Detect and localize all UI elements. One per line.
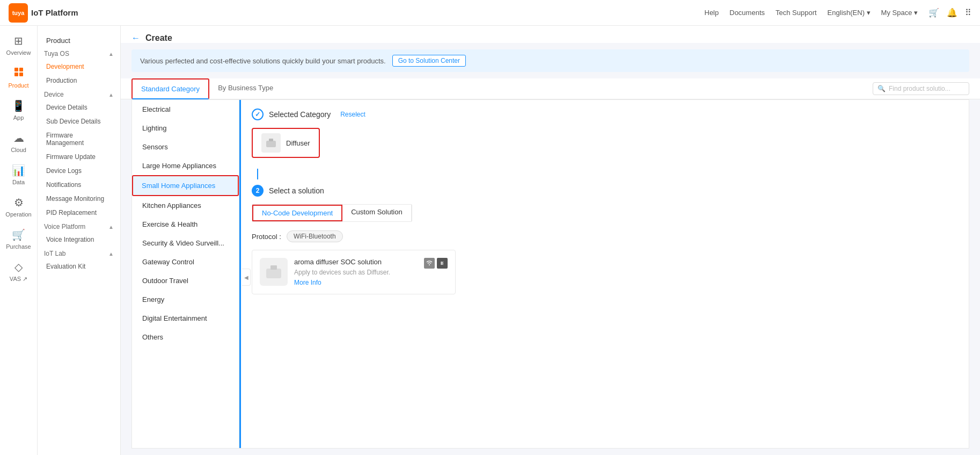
sidebar-item-purchase[interactable]: 🛒 Purchase	[0, 224, 37, 254]
svg-rect-1	[19, 68, 23, 71]
search-box: 🔍 Find product solutio...	[873, 82, 969, 95]
cat-small-home[interactable]: Small Home Appliances	[132, 175, 239, 196]
sidebar-item-firmware-mgmt[interactable]: Firmware Management	[38, 128, 120, 150]
device-header[interactable]: Device ▲	[38, 88, 120, 100]
product-label: Product	[9, 82, 29, 89]
operation-icon: ⚙	[14, 196, 24, 209]
sidebar-item-operation[interactable]: ⚙ Operation	[0, 192, 37, 222]
sidebar-item-development[interactable]: Development	[38, 60, 120, 74]
sidebar-item-message-monitoring[interactable]: Message Monitoring	[38, 192, 120, 206]
sol-tab-no-code[interactable]: No-Code Development	[252, 205, 342, 221]
cat-digital-entertainment[interactable]: Digital Entertainment	[132, 309, 239, 328]
tabs-left: Standard Category By Business Type	[131, 78, 282, 99]
back-button[interactable]: ←	[131, 33, 140, 43]
vas-icon: ◇	[14, 261, 23, 273]
sol-tab-custom[interactable]: Custom Solution	[342, 205, 411, 221]
app-label: App	[13, 114, 24, 121]
nav-my-space[interactable]: My Space ▾	[881, 9, 918, 17]
tuya-os-header[interactable]: Tuya OS ▲	[38, 47, 120, 60]
cat-gateway-control[interactable]: Gateway Control	[132, 252, 239, 271]
bell-icon[interactable]: 🔔	[947, 8, 957, 18]
sidebar-item-device-details[interactable]: Device Details	[38, 100, 120, 114]
voice-platform-header[interactable]: Voice Platform ▲	[38, 220, 120, 233]
voice-platform-arrow: ▲	[108, 224, 114, 230]
tuya-logo: tuya IoT Platform	[9, 3, 78, 23]
svg-rect-4	[266, 141, 276, 147]
cloud-icon: ☁	[13, 132, 24, 145]
grid-icon[interactable]: ⠿	[965, 8, 971, 18]
sidebar-item-product[interactable]: Product	[0, 62, 37, 93]
cat-others[interactable]: Others	[132, 328, 239, 346]
search-placeholder[interactable]: Find product solutio...	[889, 85, 950, 92]
sidebar-item-sub-device-details[interactable]: Sub Device Details	[38, 114, 120, 128]
solution-title: aroma diffuser SOC solution	[294, 258, 382, 266]
nav-help[interactable]: Help	[705, 9, 719, 17]
sidebar-item-notifications[interactable]: Notifications	[38, 178, 120, 192]
solution-more-link[interactable]: More Info	[294, 279, 321, 286]
step2-label: Select a solution	[269, 186, 324, 195]
protocol-row: Protocol : WiFi-Bluetooth	[252, 230, 958, 242]
sidebar-item-voice-integration[interactable]: Voice Integration	[38, 233, 120, 247]
tab-standard-category[interactable]: Standard Category	[131, 78, 209, 99]
protocol-label: Protocol :	[252, 233, 281, 241]
step1-label: Selected Category	[269, 110, 331, 119]
sidebar-item-evaluation-kit[interactable]: Evaluation Kit	[38, 259, 120, 273]
step-connector	[257, 169, 258, 179]
device-arrow: ▲	[108, 92, 114, 98]
cat-sensors[interactable]: Sensors	[132, 138, 239, 156]
step2-header: 2 Select a solution	[252, 185, 958, 197]
purchase-icon: 🛒	[12, 228, 25, 241]
data-label: Data	[12, 179, 25, 185]
sidebar-item-device-logs[interactable]: Device Logs	[38, 164, 120, 178]
cat-large-home[interactable]: Large Home Appliances	[132, 156, 239, 175]
protocol-value[interactable]: WiFi-Bluetooth	[287, 230, 343, 242]
diffuser-card[interactable]: Diffuser	[252, 128, 320, 158]
sidebar-item-vas[interactable]: ◇ VAS ↗	[0, 256, 37, 287]
cat-energy[interactable]: Energy	[132, 290, 239, 309]
right-panel: ✓ Selected Category Reselect Diffuser	[241, 100, 969, 448]
nav-tech-support[interactable]: Tech Support	[776, 9, 817, 17]
content-area: ← Create Various perfected and cost-effe…	[121, 26, 980, 455]
iot-lab-header[interactable]: IoT Lab ▲	[38, 247, 120, 259]
sidebar-item-app[interactable]: 📱 App	[0, 95, 37, 125]
sidebar-item-firmware-update[interactable]: Firmware Update	[38, 150, 120, 164]
tab-by-business-type[interactable]: By Business Type	[209, 78, 282, 99]
voice-platform-label: Voice Platform	[44, 223, 85, 230]
sidebar-item-production[interactable]: Production	[38, 74, 120, 88]
sidebar-item-overview[interactable]: ⊞ Overview	[0, 30, 37, 60]
top-nav: tuya IoT Platform Help Documents Tech Su…	[0, 0, 980, 26]
nav-icons: 🛒 🔔 ⠿	[928, 8, 971, 18]
reselect-link[interactable]: Reselect	[340, 111, 365, 118]
step2-num-icon: 2	[252, 185, 264, 197]
search-icon: 🔍	[877, 85, 886, 92]
second-sidebar: Product Tuya OS ▲ Development Production…	[38, 26, 121, 455]
cat-lighting[interactable]: Lighting	[132, 119, 239, 138]
cat-exercise-health[interactable]: Exercise & Health	[132, 215, 239, 234]
sidebar-item-pid-replacement[interactable]: PID Replacement	[38, 206, 120, 220]
sidebar-item-data[interactable]: 📊 Data	[0, 160, 37, 190]
cart-icon[interactable]: 🛒	[928, 8, 939, 18]
cat-electrical[interactable]: Electrical	[132, 100, 239, 119]
cloud-label: Cloud	[11, 147, 26, 153]
main-layout: ⊞ Overview Product 📱 App ☁ Cloud 📊 Data …	[0, 26, 980, 455]
svg-rect-3	[19, 73, 23, 76]
cat-kitchen[interactable]: Kitchen Appliances	[132, 196, 239, 215]
page-title: Create	[145, 33, 172, 43]
cat-security-video[interactable]: Security & Video Surveill...	[132, 234, 239, 252]
solution-thumbnail	[260, 258, 288, 286]
overview-label: Overview	[6, 49, 31, 56]
purchase-label: Purchase	[6, 243, 31, 250]
tuya-logo-icon: tuya	[9, 3, 28, 23]
tuya-os-label: Tuya OS	[44, 50, 69, 57]
cat-outdoor-travel[interactable]: Outdoor Travel	[132, 271, 239, 290]
data-icon: 📊	[12, 164, 25, 177]
collapse-button[interactable]: ◀	[242, 269, 251, 286]
iot-lab-arrow: ▲	[108, 251, 114, 257]
step1-header: ✓ Selected Category Reselect	[252, 109, 958, 120]
nav-documents[interactable]: Documents	[729, 9, 765, 17]
solution-card[interactable]: aroma diffuser SOC solution	[252, 250, 456, 294]
solution-center-button[interactable]: Go to Solution Center	[392, 55, 466, 67]
nav-language[interactable]: English(EN) ▾	[828, 9, 871, 17]
banner-text: Various perfected and cost-effective sol…	[140, 57, 386, 65]
sidebar-item-cloud[interactable]: ☁ Cloud	[0, 127, 37, 157]
